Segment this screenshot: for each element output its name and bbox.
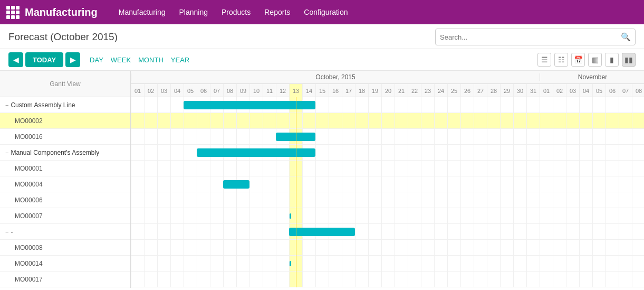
gantt-view-icon[interactable]: ▮▮ <box>622 53 636 67</box>
nav-manufacturing[interactable]: Manufacturing <box>113 6 171 18</box>
gantt-cell <box>421 161 434 176</box>
gantt-cell <box>540 97 553 113</box>
gantt-right-panel[interactable]: October, 2015November 010203040506070809… <box>131 71 644 288</box>
gantt-bar[interactable] <box>223 180 249 189</box>
gantt-cell <box>157 113 170 129</box>
view-links: DAY WEEK MONTH YEAR <box>90 56 189 64</box>
gantt-cell <box>210 224 223 240</box>
gantt-left-row: MO00014 <box>0 256 130 272</box>
next-button[interactable]: ▶ <box>65 52 80 67</box>
gantt-bar[interactable] <box>184 101 315 109</box>
gantt-left-row: MO00016 <box>0 129 130 145</box>
gantt-cell <box>526 208 540 224</box>
gantt-cell <box>144 97 157 113</box>
gantt-cell <box>329 129 342 145</box>
gantt-cell <box>131 97 144 113</box>
gantt-cell <box>368 129 381 145</box>
gantt-cell <box>197 129 210 145</box>
gantt-cell <box>342 176 355 192</box>
gantt-cell <box>381 224 395 240</box>
gantt-cell <box>632 145 644 161</box>
gantt-cell <box>289 272 302 287</box>
gantt-cell <box>540 161 553 176</box>
gantt-cell <box>170 272 184 287</box>
gantt-cell <box>144 161 157 176</box>
gantt-cell <box>526 272 540 287</box>
gantt-body-row <box>131 240 644 256</box>
gantt-cell <box>605 192 619 208</box>
nav-planning[interactable]: Planning <box>174 6 214 18</box>
gantt-cell <box>329 145 342 161</box>
gantt-cell <box>500 256 513 272</box>
list-view-icon[interactable]: ☰ <box>537 53 551 67</box>
gantt-cell <box>605 272 619 287</box>
gantt-cell <box>540 256 553 272</box>
gantt-cell <box>579 145 592 161</box>
nav-configuration[interactable]: Configuration <box>299 6 353 18</box>
day-header-cell: 05 <box>184 84 197 97</box>
calendar-view-icon[interactable]: 📅 <box>571 53 585 67</box>
gantt-cell <box>289 192 302 208</box>
gantt-cell <box>487 240 500 256</box>
table-view-icon[interactable]: ▦ <box>588 53 602 67</box>
gantt-cell <box>131 113 144 129</box>
gantt-cell <box>592 192 605 208</box>
gantt-bar[interactable] <box>290 261 291 266</box>
gantt-cell <box>315 272 329 287</box>
gantt-cell <box>421 208 434 224</box>
gantt-cell <box>395 113 408 129</box>
gantt-cell <box>381 161 395 176</box>
day-header-cell: 09 <box>236 84 249 97</box>
gantt-bar[interactable] <box>289 228 355 236</box>
collapse-icon[interactable]: − <box>5 229 8 235</box>
gantt-cell <box>553 240 566 256</box>
prev-button[interactable]: ◀ <box>8 52 23 67</box>
grid-icon[interactable] <box>6 6 20 19</box>
view-year[interactable]: YEAR <box>171 56 189 64</box>
search-input[interactable] <box>440 33 621 41</box>
day-header-cell: 07 <box>619 84 632 97</box>
day-header-cell: 05 <box>592 84 605 97</box>
view-day[interactable]: DAY <box>90 56 103 64</box>
gantt-bar[interactable] <box>290 213 291 219</box>
kanban-view-icon[interactable]: ☷ <box>554 53 568 67</box>
gantt-cell <box>434 272 447 287</box>
nav-reports[interactable]: Reports <box>259 6 295 18</box>
gantt-left-row: MO00008 <box>0 240 130 256</box>
gantt-cell <box>131 272 144 287</box>
gantt-cell <box>276 161 289 176</box>
gantt-cell <box>236 224 249 240</box>
gantt-cell <box>342 161 355 176</box>
chart-view-icon[interactable]: ▮ <box>605 53 619 67</box>
today-button[interactable]: TODAY <box>25 52 63 67</box>
gantt-cell <box>157 129 170 145</box>
collapse-icon[interactable]: − <box>5 149 8 156</box>
search-bar[interactable]: 🔍 <box>435 29 636 45</box>
gantt-cell <box>302 240 315 256</box>
gantt-cell <box>276 176 289 192</box>
gantt-cell <box>605 240 619 256</box>
view-week[interactable]: WEEK <box>111 56 131 64</box>
gantt-cell <box>368 208 381 224</box>
gantt-left-row: −Custom Assembly Line <box>0 97 130 113</box>
gantt-cell <box>170 129 184 145</box>
gantt-bar[interactable] <box>276 133 315 141</box>
gantt-cell <box>632 113 644 129</box>
nav-products[interactable]: Products <box>216 6 256 18</box>
gantt-cell <box>302 176 315 192</box>
gantt-body-row <box>131 97 644 113</box>
gantt-body-row <box>131 161 644 176</box>
gantt-cell <box>157 208 170 224</box>
gantt-bar[interactable] <box>197 148 315 157</box>
collapse-icon[interactable]: − <box>5 102 8 108</box>
gantt-cell <box>632 256 644 272</box>
view-month[interactable]: MONTH <box>138 56 164 64</box>
gantt-cell <box>474 145 487 161</box>
gantt-cell <box>395 176 408 192</box>
gantt-cell <box>289 240 302 256</box>
gantt-cell <box>315 192 329 208</box>
gantt-cell <box>526 97 540 113</box>
gantt-left-panel: Gantt View −Custom Assembly LineMO00002M… <box>0 71 131 288</box>
gantt-cell <box>632 176 644 192</box>
day-header-cell: 22 <box>408 84 421 97</box>
